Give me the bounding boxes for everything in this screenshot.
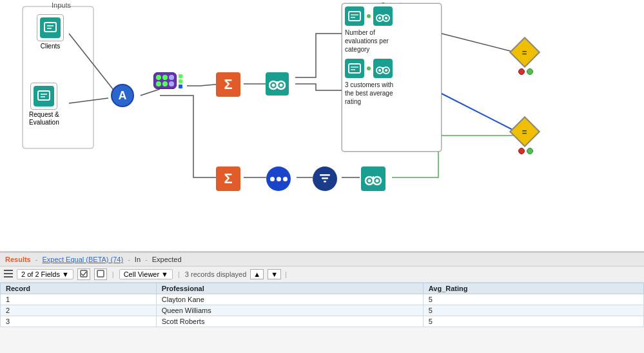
deselect-icon[interactable]: [94, 268, 107, 280]
svg-point-35: [378, 69, 381, 72]
svg-point-28: [385, 17, 387, 19]
svg-point-27: [378, 17, 381, 19]
toolbar-sep-3: |: [285, 270, 287, 278]
viewer-dropdown[interactable]: Cell Viewer ▼: [119, 269, 173, 279]
bottom-panel: Results - Expect Equal (BETA) (74) - In …: [0, 252, 644, 353]
svg-point-44: [376, 179, 379, 183]
svg-point-43: [368, 179, 371, 183]
sum-node-2[interactable]: Σ: [216, 166, 240, 191]
cell-record: 2: [1, 305, 157, 316]
svg-rect-29: [349, 64, 360, 73]
diamond-node-2[interactable]: =: [511, 118, 540, 154]
cell-professional: Clayton Kane: [156, 294, 423, 305]
results-header: Results - Expect Equal (BETA) (74) - In …: [0, 253, 644, 267]
sep2: -: [128, 256, 130, 263]
request-eval-node[interactable]: Request & Evaluation: [29, 83, 59, 126]
binoculars-node-1[interactable]: [266, 72, 289, 96]
output-label-1: Number ofevaluations percategory: [345, 28, 438, 54]
svg-rect-13: [38, 91, 50, 100]
toolbar-sep-1: |: [112, 270, 114, 278]
svg-rect-47: [4, 276, 13, 277]
sum-node-1[interactable]: Σ: [216, 72, 240, 97]
a-circle-node[interactable]: A: [111, 84, 134, 107]
table-row: 3Scott Roberts5: [1, 316, 644, 327]
results-table: Record Professional Avg_Rating 1Clayton …: [0, 283, 644, 327]
port-label: Expected: [152, 256, 182, 263]
direction-label: In: [135, 256, 141, 263]
sep3: -: [145, 256, 148, 263]
svg-rect-37: [320, 174, 330, 176]
svg-line-3: [69, 98, 108, 103]
cell-record: 3: [1, 316, 157, 327]
results-toolbar: 2 of 2 Fields ▼ | Cell Viewer ▼ | 3 reco…: [0, 267, 644, 283]
connection-lines: [0, 0, 644, 251]
sort-down-icon[interactable]: ▼: [268, 269, 281, 279]
col-record[interactable]: Record: [1, 283, 157, 294]
col-professional[interactable]: Professional: [156, 283, 423, 294]
inputs-label: Inputs: [52, 1, 71, 9]
binoculars-node-2[interactable]: [361, 166, 385, 191]
select-all-icon[interactable]: [77, 268, 90, 280]
table-row: 1Clayton Kane5: [1, 294, 644, 305]
records-count: 3 records displayed: [185, 270, 246, 278]
svg-line-5: [442, 34, 518, 53]
cell-record: 1: [1, 294, 157, 305]
svg-line-6: [442, 94, 518, 132]
svg-rect-10: [44, 23, 56, 32]
cell-professional: Queen Williams: [156, 305, 423, 316]
toolbar-sep-2: |: [178, 270, 180, 278]
cell-avg-rating: 5: [423, 305, 643, 316]
fields-dropdown[interactable]: 2 of 2 Fields ▼: [17, 269, 73, 279]
cell-avg-rating: 5: [423, 294, 643, 305]
svg-rect-46: [4, 273, 13, 274]
sort-up-icon[interactable]: ▲: [250, 269, 264, 279]
svg-rect-21: [349, 12, 360, 21]
results-label: Results: [5, 256, 31, 263]
sep1: -: [35, 256, 38, 263]
results-table-container: Record Professional Avg_Rating 1Clayton …: [0, 283, 644, 353]
cell-avg-rating: 5: [423, 316, 643, 327]
svg-rect-38: [322, 177, 328, 179]
cell-professional: Scott Roberts: [156, 316, 423, 327]
menu-icon[interactable]: [4, 269, 13, 279]
diamond-node-1[interactable]: =: [511, 39, 540, 75]
svg-rect-45: [4, 270, 13, 271]
blue-dots-node[interactable]: [266, 166, 291, 191]
output-box: Number ofevaluations percategory 3 custo…: [342, 3, 442, 152]
svg-point-19: [272, 84, 275, 87]
node-name[interactable]: Expect Equal (BETA) (74): [42, 256, 123, 263]
table-row: 2Queen Williams5: [1, 305, 644, 316]
output-label-2: 3 customers withthe best averagerating: [345, 81, 438, 106]
svg-point-36: [385, 69, 387, 72]
clients-node[interactable]: Clients: [37, 14, 64, 50]
purple-node[interactable]: [153, 72, 177, 89]
svg-point-20: [280, 84, 283, 87]
col-avg-rating[interactable]: Avg_Rating: [423, 283, 643, 294]
workflow-canvas: Inputs Outputs Clients Request & Evaluat…: [0, 0, 644, 252]
svg-rect-39: [324, 181, 326, 183]
results-table-body: 1Clayton Kane52Queen Williams53Scott Rob…: [1, 294, 644, 327]
bar-filter-node[interactable]: [313, 166, 337, 191]
svg-rect-49: [97, 270, 104, 277]
